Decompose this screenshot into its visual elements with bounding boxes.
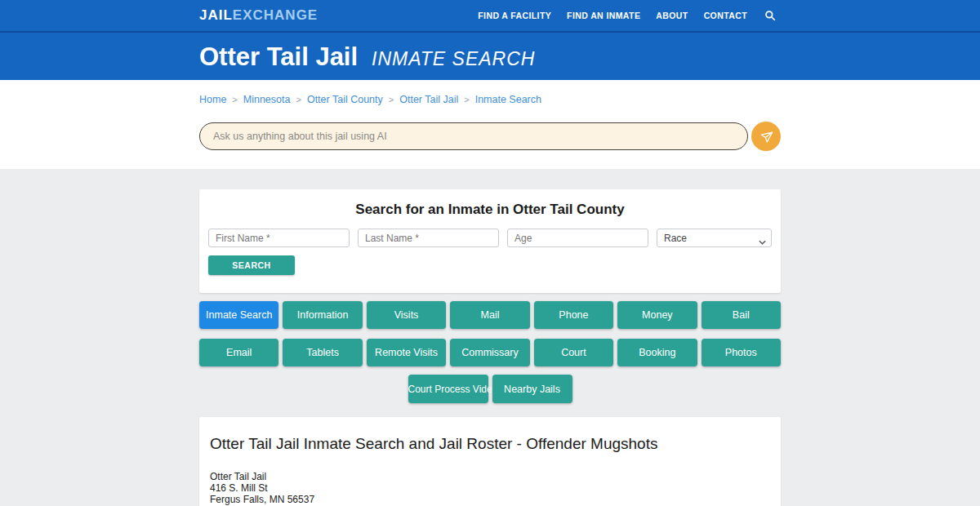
search-fields-row: Race	[208, 229, 772, 247]
nav-about[interactable]: ABOUT	[656, 11, 688, 20]
breadcrumb-otter-tail-jail[interactable]: Otter Tail Jail	[399, 94, 458, 105]
tab-money[interactable]: Money	[617, 301, 697, 329]
inmate-search-card: Search for an Inmate in Otter Tail Count…	[199, 189, 781, 293]
page-banner: Otter Tail Jail INMATE SEARCH	[0, 33, 980, 80]
search-button[interactable]: SEARCH	[208, 255, 295, 275]
address-line: Fergus Falls, MN 56537	[210, 494, 770, 505]
breadcrumb-search-section: Home > Minnesota > Otter Tail County > O…	[0, 80, 980, 169]
tab-remote-visits[interactable]: Remote Visits	[367, 339, 446, 366]
last-name-input[interactable]	[358, 229, 499, 247]
tab-mail[interactable]: Mail	[450, 301, 529, 329]
tab-court-process-video[interactable]: Court Process Video	[408, 375, 488, 403]
tab-tablets[interactable]: Tablets	[283, 339, 362, 366]
address-line: 416 S. Mill St	[210, 482, 770, 494]
race-select-wrap: Race	[657, 229, 772, 247]
breadcrumb-minnesota[interactable]: Minnesota	[243, 94, 291, 105]
tab-visits[interactable]: Visits	[367, 301, 446, 329]
content-heading: Otter Tail Jail Inmate Search and Jail R…	[210, 435, 770, 453]
chevron-right-icon: >	[464, 95, 469, 104]
ai-search-bar	[199, 122, 781, 151]
chevron-right-icon: >	[232, 95, 237, 104]
jail-info-card: Otter Tail Jail Inmate Search and Jail R…	[199, 417, 781, 506]
address-line: Otter Tail Jail	[210, 471, 770, 482]
main-content: Search for an Inmate in Otter Tail Count…	[0, 169, 980, 506]
paper-plane-icon	[758, 128, 773, 144]
site-logo[interactable]: JAILEXCHANGE	[199, 7, 318, 24]
breadcrumb: Home > Minnesota > Otter Tail County > O…	[199, 80, 781, 105]
section-button-row-extra: Court Process Video Nearby Jails	[199, 375, 781, 403]
nav-contact[interactable]: CONTACT	[704, 11, 747, 20]
top-nav-bar: JAILEXCHANGE FIND A FACILITY FIND AN INM…	[0, 0, 980, 33]
top-navigation: FIND A FACILITY FIND AN INMATE ABOUT CON…	[478, 10, 776, 21]
logo-jail: JAIL	[199, 7, 233, 23]
tab-bail[interactable]: Bail	[702, 301, 781, 329]
tab-phone[interactable]: Phone	[534, 301, 613, 329]
breadcrumb-inmate-search[interactable]: Inmate Search	[475, 94, 541, 105]
page-title: Otter Tail Jail	[199, 42, 358, 71]
tab-nearby-jails[interactable]: Nearby Jails	[492, 375, 572, 403]
tab-photos[interactable]: Photos	[702, 339, 781, 366]
ai-question-input[interactable]	[199, 122, 748, 150]
logo-exchange: EXCHANGE	[233, 7, 318, 23]
breadcrumb-home[interactable]: Home	[199, 94, 226, 105]
tab-commissary[interactable]: Commissary	[450, 339, 529, 366]
chevron-right-icon: >	[296, 95, 301, 104]
nav-find-an-inmate[interactable]: FIND AN INMATE	[567, 11, 640, 20]
chevron-right-icon: >	[389, 95, 394, 104]
section-button-grid: Inmate Search Information Visits Mail Ph…	[199, 301, 781, 366]
page-subtitle: INMATE SEARCH	[372, 48, 535, 69]
jail-address: Otter Tail Jail 416 S. Mill St Fergus Fa…	[210, 471, 770, 506]
nav-find-a-facility[interactable]: FIND A FACILITY	[478, 11, 551, 20]
ai-send-button[interactable]	[751, 122, 781, 151]
breadcrumb-otter-tail-county[interactable]: Otter Tail County	[307, 94, 383, 105]
tab-court[interactable]: Court	[534, 339, 613, 366]
age-input[interactable]	[507, 229, 648, 247]
tab-email[interactable]: Email	[199, 339, 278, 366]
tab-inmate-search[interactable]: Inmate Search	[199, 301, 278, 329]
search-card-title: Search for an Inmate in Otter Tail Count…	[208, 202, 772, 218]
search-icon[interactable]	[764, 10, 776, 21]
first-name-input[interactable]	[208, 229, 350, 247]
tab-booking[interactable]: Booking	[617, 339, 697, 366]
tab-information[interactable]: Information	[283, 301, 362, 329]
race-select[interactable]: Race	[657, 229, 771, 246]
